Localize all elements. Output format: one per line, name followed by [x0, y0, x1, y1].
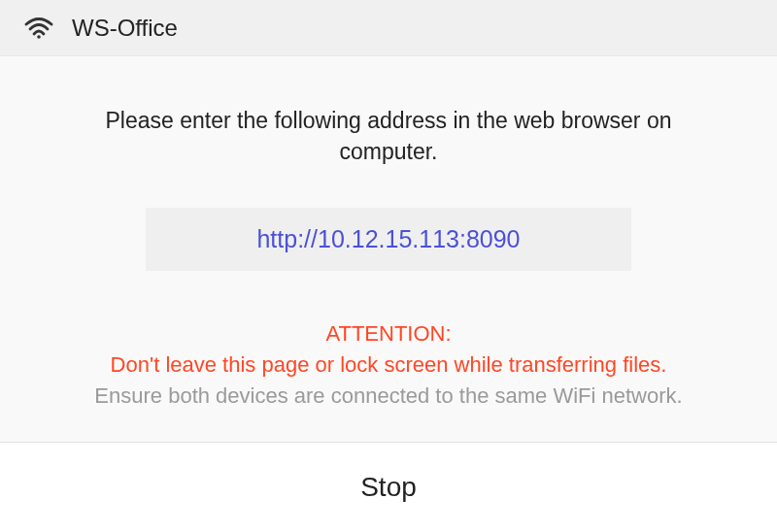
address-box: http://10.12.15.113:8090 [146, 208, 631, 271]
address-url[interactable]: http://10.12.15.113:8090 [256, 225, 520, 252]
instruction-text: Please enter the following address in th… [58, 105, 719, 167]
svg-point-0 [37, 35, 41, 39]
content-area: Please enter the following address in th… [0, 56, 777, 443]
attention-warning: Don't leave this page or lock screen whi… [39, 352, 738, 378]
status-bar: WS-Office [0, 0, 777, 56]
attention-label: ATTENTION: [39, 321, 738, 347]
attention-block: ATTENTION: Don't leave this page or lock… [39, 321, 738, 409]
stop-button[interactable]: Stop [0, 443, 777, 532]
wifi-icon [23, 17, 54, 40]
network-name: WS-Office [72, 15, 178, 42]
bottom-bar: Stop [0, 443, 777, 532]
attention-note: Ensure both devices are connected to the… [39, 383, 738, 409]
